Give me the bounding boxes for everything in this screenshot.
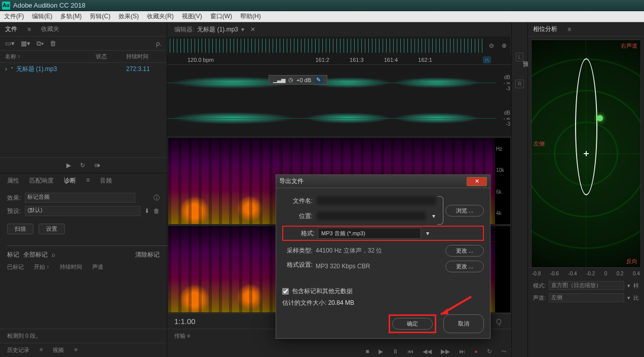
rewind-icon[interactable]: ◀◀ <box>423 348 432 355</box>
tab-menu-icon[interactable]: ≡ <box>27 26 31 33</box>
tab-loudness[interactable]: 匹配响度 <box>29 176 54 185</box>
mode-select[interactable]: 直方图（日志缩放） <box>549 281 624 290</box>
browse-button[interactable]: 浏览 ... <box>445 205 484 217</box>
chan-more[interactable]: 比 <box>633 294 639 302</box>
tab-favorites[interactable]: 收藏夹 <box>41 25 59 33</box>
tab-audio[interactable]: 音频 <box>100 176 112 185</box>
tab-video[interactable]: 视频 <box>53 346 64 354</box>
phase-menu-icon[interactable]: ≡ <box>567 26 571 33</box>
menu-help[interactable]: 帮助(H) <box>240 12 261 21</box>
format-dropdown-icon[interactable]: ▾ <box>424 230 431 237</box>
tab-diagnostics[interactable]: 诊断 <box>64 176 76 185</box>
location-dropdown-icon[interactable]: ▾ <box>430 212 437 220</box>
dialog-title: 导出文件 <box>279 177 467 186</box>
time-ruler[interactable]: 120.0 bpm 161:2 161:3 161:4 162:1 ∩ <box>167 55 511 65</box>
menu-window[interactable]: 窗口(W) <box>210 12 232 21</box>
menu-clip[interactable]: 剪辑(C) <box>90 12 110 21</box>
clear-markers[interactable]: 清除标记 <box>135 251 160 259</box>
editor-filename[interactable]: 无标题 (1).mp3 <box>197 25 238 34</box>
zoom-out-icon[interactable]: ⊖ <box>489 42 494 49</box>
save-preset-icon[interactable]: ⬇ <box>144 207 149 215</box>
delete-icon[interactable]: 🗑 <box>50 40 56 47</box>
search-marker-icon[interactable]: ⌕ <box>52 251 55 258</box>
effect-combo[interactable]: 标记音频 <box>25 193 135 203</box>
tab-history[interactable]: 历史记录 <box>7 346 29 354</box>
history-menu-icon[interactable]: ≡ <box>40 346 43 354</box>
marker-tab[interactable]: 标记 <box>7 251 19 259</box>
zoom-in-icon[interactable]: ⊕ <box>502 42 507 49</box>
snap-icon[interactable]: ∩ <box>483 56 491 63</box>
video-menu-icon[interactable]: ≡ <box>74 346 77 354</box>
transfer-menu-icon[interactable]: ≡ <box>187 333 190 339</box>
waveform-right[interactable]: dB- ∞-3 <box>167 100 511 136</box>
edit-hud-icon[interactable]: ✎ <box>314 77 323 83</box>
play2-icon[interactable]: ▶ <box>378 348 383 355</box>
preset-combo[interactable]: (默认) <box>25 206 140 216</box>
chan-label: 声道: <box>533 294 546 302</box>
record-icon[interactable]: ● <box>474 348 478 355</box>
cancel-button[interactable]: 取消 <box>443 314 484 333</box>
menu-multitrack[interactable]: 多轨(M) <box>60 12 82 21</box>
bpm-label: 120.0 bpm <box>187 57 214 63</box>
menu-effects[interactable]: 效果(S) <box>119 12 139 21</box>
scan-button[interactable]: 扫描 <box>7 224 33 234</box>
chan-select[interactable]: 左侧 <box>549 293 624 302</box>
col-name[interactable]: 名称 ↑ <box>5 53 96 60</box>
filename-field[interactable] <box>316 195 437 206</box>
info-icon[interactable]: ⓘ <box>154 194 160 202</box>
delete-preset-icon[interactable]: 🗑 <box>154 207 160 215</box>
search-icon[interactable]: ρ. <box>156 40 162 47</box>
waveform-left[interactable]: dB- ∞-3 ▁▃▅ ◷ +0 dB ✎ <box>167 65 511 100</box>
loop2-icon[interactable]: ↻ <box>487 348 492 355</box>
mcol-marked[interactable]: 已标记 <box>7 263 24 271</box>
import-icon[interactable]: ⧉▾ <box>36 40 44 48</box>
col-duration[interactable]: 持续时间 <box>126 53 162 60</box>
pause-icon[interactable]: ⏸ <box>392 348 398 355</box>
menu-view[interactable]: 视图(V) <box>182 12 202 21</box>
forward-icon[interactable]: ▶▶ <box>441 348 450 355</box>
volume-icon[interactable]: 🕪 <box>94 162 100 169</box>
format-field[interactable]: MP3 音频 (*.mp3) <box>318 228 421 239</box>
mcol-duration[interactable]: 持续时间 <box>60 263 82 271</box>
play-icon[interactable]: ▶ <box>66 162 71 169</box>
ok-button[interactable]: 确定 <box>392 318 433 330</box>
file-row[interactable]: › ᕀ无标题 (1).mp3 272:3.11 <box>0 63 167 75</box>
mcol-channel[interactable]: 声道 <box>92 263 103 271</box>
phase-scope[interactable]: 右声道 左侧 反向 <box>531 40 641 268</box>
stop-icon[interactable]: ■ <box>366 348 369 355</box>
to-start-icon[interactable]: ⏮ <box>407 348 413 355</box>
timecode-value[interactable]: 1:1.00 <box>174 317 196 326</box>
transfer-label: 传输 <box>174 333 185 339</box>
panel-menu-icon[interactable]: ≡ <box>86 176 90 185</box>
phase-title[interactable]: 相位分析 <box>533 25 557 33</box>
sample-label: 采样类型: <box>282 246 313 255</box>
change-sample-button[interactable]: 更改 ... <box>445 245 484 257</box>
open-file-icon[interactable]: ▭▾ <box>5 40 15 47</box>
change-format-button[interactable]: 更改 ... <box>445 261 484 272</box>
skip-icon[interactable]: ⤳ <box>501 348 506 355</box>
diagnostics-search[interactable] <box>7 239 174 246</box>
location-field[interactable] <box>316 210 427 222</box>
settings-button[interactable]: 设置 <box>39 224 65 234</box>
level-r[interactable]: R <box>515 80 524 88</box>
overview-waveform[interactable]: ⊖ ⊕ <box>168 37 510 55</box>
include-metadata-checkbox[interactable] <box>282 288 289 295</box>
level-tabs: 预设 L R <box>511 22 527 357</box>
file-name: 无标题 (1).mp3 <box>16 65 57 74</box>
zoom-tool-icon[interactable]: Q <box>496 317 502 326</box>
dialog-close-button[interactable]: ✕ <box>467 177 487 186</box>
all-markers-tab[interactable]: 全部标记 <box>23 251 48 259</box>
tab-files[interactable]: 文件 <box>5 25 17 33</box>
col-status[interactable]: 状态 <box>96 53 126 60</box>
to-end-icon[interactable]: ⏭ <box>459 348 465 355</box>
level-l[interactable]: L <box>516 53 524 61</box>
menu-file[interactable]: 文件(F) <box>4 12 24 21</box>
menu-favorites[interactable]: 收藏夹(R) <box>147 12 174 21</box>
mcol-start[interactable]: 开始 ↑ <box>34 263 50 271</box>
volume-hud[interactable]: ▁▃▅ ◷ +0 dB ✎ <box>269 75 327 85</box>
menu-edit[interactable]: 编辑(E) <box>32 12 52 21</box>
tab-properties[interactable]: 属性 <box>7 176 19 185</box>
loop-icon[interactable]: ↻ <box>80 162 85 169</box>
new-file-icon[interactable]: ▦▾ <box>21 40 30 47</box>
mode-more[interactable]: 样 <box>633 282 639 290</box>
